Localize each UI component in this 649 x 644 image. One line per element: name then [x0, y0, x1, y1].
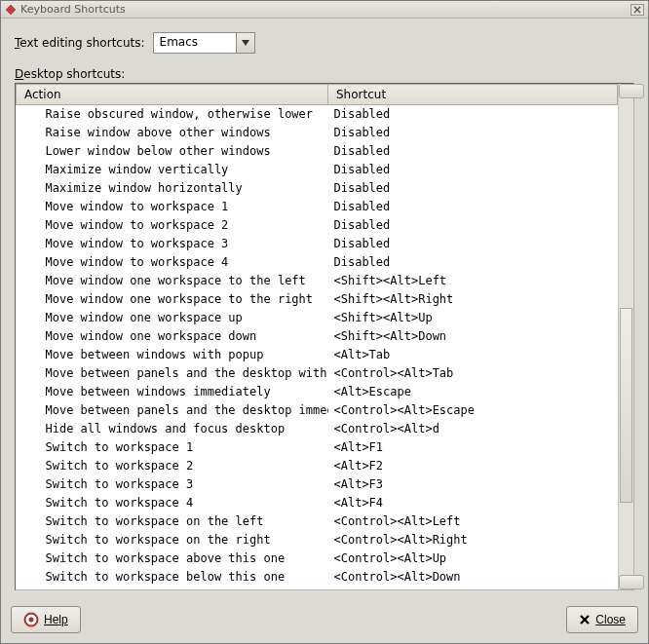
- titlebar-close-button[interactable]: [630, 4, 644, 16]
- cell-shortcut: <Control><Alt>Up: [328, 549, 618, 568]
- table-row[interactable]: Switch to workspace 1<Alt>F1: [17, 438, 618, 457]
- cell-action: Move window one workspace to the right: [17, 290, 328, 309]
- table-row[interactable]: Maximize window verticallyDisabled: [17, 161, 618, 179]
- table-row[interactable]: Move window one workspace to the left<Sh…: [17, 272, 618, 290]
- cell-shortcut: <Control><Alt>Tab: [328, 364, 618, 383]
- column-header-action[interactable]: Action: [17, 85, 328, 105]
- cell-shortcut: <Control><Alt>Left: [328, 512, 618, 531]
- table-row[interactable]: Maximize window horizontallyDisabled: [17, 179, 618, 198]
- scroll-down-button[interactable]: [619, 575, 644, 589]
- cell-shortcut: <Alt>Escape: [328, 383, 618, 401]
- cell-action: Switch to workspace 4: [17, 494, 328, 512]
- column-header-shortcut[interactable]: Shortcut: [328, 85, 618, 105]
- cell-shortcut: <Shift><Alt>Right: [328, 290, 618, 309]
- cell-action: Move between panels and the desktop with…: [17, 364, 328, 383]
- content-area: Text editing shortcuts: Emacs Desktop sh…: [1, 19, 648, 598]
- cell-shortcut: <Alt>Tab: [328, 346, 618, 364]
- scroll-up-button[interactable]: [619, 84, 644, 98]
- cell-action: Switch to workspace on the right: [17, 531, 328, 549]
- table-row[interactable]: Switch to workspace below this one<Contr…: [17, 568, 618, 587]
- cell-action: Move between windows immediately: [17, 383, 328, 401]
- window-title: Keyboard Shortcuts: [20, 3, 126, 16]
- cell-action: Raise window above other windows: [17, 124, 328, 142]
- cell-shortcut: Disabled: [328, 161, 618, 179]
- cell-action: Move window one workspace up: [17, 309, 328, 327]
- close-x-icon: [579, 614, 591, 625]
- cell-shortcut: Disabled: [328, 142, 618, 161]
- cell-shortcut: <Shift><Alt>Down: [328, 327, 618, 346]
- cell-action: Move window to workspace 2: [17, 216, 328, 235]
- cell-shortcut: <Alt>F2: [328, 457, 618, 475]
- table-row[interactable]: Lower window below other windowsDisabled: [17, 142, 618, 161]
- cell-shortcut: <Alt>F3: [328, 475, 618, 494]
- app-icon: [5, 4, 17, 16]
- shortcuts-table: Action Shortcut Raise obscured window, o…: [16, 84, 618, 587]
- close-label: Close: [595, 613, 626, 626]
- vertical-scrollbar[interactable]: [618, 84, 633, 589]
- table-row[interactable]: Move window one workspace up<Shift><Alt>…: [17, 309, 618, 327]
- desktop-shortcuts-label: Desktop shortcuts:: [15, 67, 634, 81]
- cell-action: Maximize window vertically: [17, 161, 328, 179]
- text-editing-row: Text editing shortcuts: Emacs: [15, 32, 634, 54]
- cell-action: Raise obscured window, otherwise lower: [17, 105, 328, 124]
- table-row[interactable]: Move window to workspace 2Disabled: [17, 216, 618, 235]
- cell-shortcut: <Alt>F4: [328, 494, 618, 512]
- close-button[interactable]: Close: [566, 606, 638, 633]
- help-icon: [23, 612, 39, 627]
- cell-shortcut: <Shift><Alt>Up: [328, 309, 618, 327]
- table-row[interactable]: Switch to workspace on the left<Control>…: [17, 512, 618, 531]
- table-row[interactable]: Hide all windows and focus desktop<Contr…: [17, 420, 618, 438]
- cell-shortcut: <Control><Alt>Down: [328, 568, 618, 587]
- table-row[interactable]: Move window to workspace 3Disabled: [17, 235, 618, 253]
- cell-shortcut: <Control><Alt>Right: [328, 531, 618, 549]
- cell-action: Switch to workspace 3: [17, 475, 328, 494]
- table-row[interactable]: Move between windows with popup<Alt>Tab: [17, 346, 618, 364]
- cell-shortcut: Disabled: [328, 105, 618, 124]
- table-row[interactable]: Switch to workspace above this one<Contr…: [17, 549, 618, 568]
- svg-point-1: [29, 618, 34, 623]
- cell-action: Move between windows with popup: [17, 346, 328, 364]
- dropdown-button[interactable]: [236, 32, 255, 54]
- table-row[interactable]: Move window one workspace to the right<S…: [17, 290, 618, 309]
- footer: Help Close: [1, 598, 648, 643]
- window: Keyboard Shortcuts Text editing shortcut…: [0, 0, 649, 644]
- cell-action: Move window one workspace to the left: [17, 272, 328, 290]
- table-row[interactable]: Switch to workspace 4<Alt>F4: [17, 494, 618, 512]
- titlebar[interactable]: Keyboard Shortcuts: [1, 1, 648, 19]
- text-editing-select[interactable]: Emacs: [153, 32, 255, 54]
- table-row[interactable]: Move window to workspace 4Disabled: [17, 253, 618, 272]
- table-row[interactable]: Switch to workspace 2<Alt>F2: [17, 457, 618, 475]
- close-icon: [633, 6, 641, 14]
- text-editing-label: Text editing shortcuts:: [15, 36, 145, 50]
- cell-shortcut: Disabled: [328, 235, 618, 253]
- table-row[interactable]: Raise obscured window, otherwise lowerDi…: [17, 105, 618, 124]
- table-row[interactable]: Move between panels and the desktop imme…: [17, 401, 618, 420]
- cell-shortcut: Disabled: [328, 198, 618, 216]
- cell-action: Switch to workspace 2: [17, 457, 328, 475]
- table-row[interactable]: Move window to workspace 1Disabled: [17, 198, 618, 216]
- cell-shortcut: Disabled: [328, 124, 618, 142]
- cell-shortcut: Disabled: [328, 253, 618, 272]
- cell-shortcut: <Alt>F1: [328, 438, 618, 457]
- table-row[interactable]: Switch to workspace 3<Alt>F3: [17, 475, 618, 494]
- cell-action: Switch to workspace below this one: [17, 568, 328, 587]
- cell-action: Lower window below other windows: [17, 142, 328, 161]
- table-row[interactable]: Move between windows immediately<Alt>Esc…: [17, 383, 618, 401]
- scrollbar-thumb[interactable]: [620, 308, 632, 503]
- cell-action: Maximize window horizontally: [17, 179, 328, 198]
- shortcuts-table-scroll[interactable]: Action Shortcut Raise obscured window, o…: [16, 84, 618, 589]
- table-row[interactable]: Switch to workspace on the right<Control…: [17, 531, 618, 549]
- cell-action: Move window to workspace 1: [17, 198, 328, 216]
- cell-action: Switch to workspace 1: [17, 438, 328, 457]
- table-row[interactable]: Raise window above other windowsDisabled: [17, 124, 618, 142]
- shortcuts-table-frame: Action Shortcut Raise obscured window, o…: [15, 83, 634, 590]
- table-row[interactable]: Move between panels and the desktop with…: [17, 364, 618, 383]
- chevron-down-icon: [242, 40, 249, 46]
- help-button[interactable]: Help: [11, 606, 81, 633]
- cell-action: Move between panels and the desktop imme…: [17, 401, 328, 420]
- cell-shortcut: <Control><Alt>Escape: [328, 401, 618, 420]
- cell-action: Switch to workspace above this one: [17, 549, 328, 568]
- cell-action: Hide all windows and focus desktop: [17, 420, 328, 438]
- text-editing-value[interactable]: Emacs: [153, 32, 236, 54]
- table-row[interactable]: Move window one workspace down<Shift><Al…: [17, 327, 618, 346]
